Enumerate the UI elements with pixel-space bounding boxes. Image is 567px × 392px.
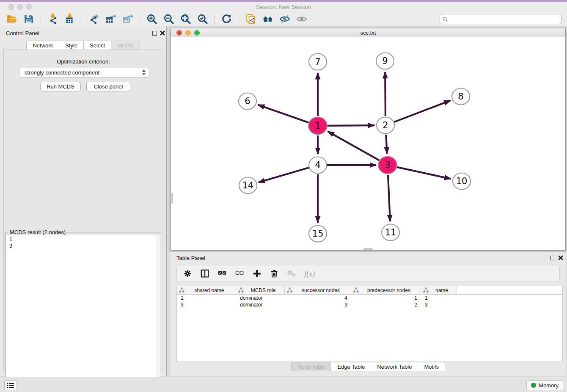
tab-network[interactable]: Network [26,41,59,50]
open-session-icon[interactable] [6,14,17,25]
memory-status-icon [531,383,536,388]
cell[interactable]: 2 [351,301,421,308]
control-panel-close-button[interactable] [160,30,165,36]
delete-row-icon[interactable] [270,269,280,279]
svg-text:11: 11 [385,227,396,237]
cell[interactable]: 1 [351,295,421,301]
table-panel-float-button[interactable] [550,256,555,260]
export-network-icon[interactable] [88,14,99,25]
node-10[interactable]: 10 [453,173,471,190]
run-mcds-button[interactable]: Run MCDS [40,82,81,91]
result-scrollbar[interactable] [156,235,160,392]
zoom-out-icon[interactable] [163,14,174,25]
optimization-criterion-value: strongly connected component [25,69,99,76]
zoom-in-icon[interactable] [146,14,157,25]
table-panel-header: Table Panel [171,254,566,263]
svg-text:15: 15 [312,229,324,239]
horizontal-scrollbar-thumb[interactable] [363,248,373,250]
cell[interactable]: 3 [421,301,457,308]
svg-text:9: 9 [382,56,388,66]
titlebar: Session: New Session [0,2,567,12]
zoom-selected-icon[interactable] [197,14,208,25]
edge-2-3[interactable] [386,135,387,154]
vertical-scrollbar-thumb[interactable] [171,193,173,204]
column-header-successor-nodes[interactable]: successor nodes [285,286,351,294]
node-15[interactable]: 15 [309,226,327,242]
cell[interactable]: 4 [285,295,351,301]
edge-3-1[interactable] [328,131,380,160]
task-list-icon [7,382,14,389]
split-columns-icon[interactable] [200,269,210,279]
cell[interactable]: 1 [177,295,236,301]
column-header-predecessor-nodes[interactable]: predecessor nodes [351,286,421,294]
visibility-off-icon[interactable] [279,14,290,25]
node-2[interactable]: 2 [377,117,394,134]
close-panel-button[interactable]: Close panel [86,82,130,91]
node-11[interactable]: 11 [382,224,399,241]
cell[interactable]: 3 [177,301,236,308]
table-row[interactable]: 3dominator323 [177,301,562,308]
edge-1-2[interactable] [328,125,374,126]
node-9[interactable]: 9 [376,53,394,69]
edge-2-8[interactable] [394,100,451,122]
tab-style[interactable]: Style [59,41,84,50]
import-network-icon[interactable] [47,14,58,25]
node-14[interactable]: 14 [239,177,257,194]
save-session-icon[interactable] [23,14,34,25]
duplicate-network-icon[interactable] [245,14,256,25]
node-7[interactable]: 7 [309,54,327,70]
select-all-icon[interactable] [217,269,228,279]
task-history-button[interactable] [4,380,17,390]
deselect-all-icon[interactable] [235,269,245,279]
column-header-MCDS-role[interactable]: MCDS role [236,286,285,294]
column-header-name[interactable]: name [421,286,457,294]
tab-edge-table[interactable]: Edge Table [331,362,371,371]
export-table-icon[interactable] [105,14,116,25]
refresh-icon[interactable] [221,14,232,25]
svg-text:6: 6 [245,96,250,106]
tab-mcds[interactable]: MCDS [111,41,140,50]
edge-3-10[interactable] [397,167,451,179]
table-row[interactable]: 1dominator411 [177,295,562,301]
function-builder-icon: f(x) [304,270,315,279]
import-table-icon[interactable] [64,14,75,25]
cell[interactable]: dominator [236,301,285,308]
result-line: 1 [6,235,160,242]
node-3[interactable]: 3 [378,157,397,174]
node-4[interactable]: 4 [309,157,327,174]
tab-network-table[interactable]: Network Table [371,362,418,371]
cell[interactable]: 3 [285,301,351,308]
settings-gear-icon[interactable] [183,269,193,279]
network-window-titlebar[interactable]: × − + scc.txt [171,28,565,37]
houses-icon[interactable] [262,14,273,25]
table-toolbar: f(x) [176,266,560,282]
table-panel-close-button[interactable] [558,255,564,261]
node-6[interactable]: 6 [239,93,256,110]
search-box[interactable] [440,14,561,24]
edge-3-11[interactable] [388,175,390,221]
tab-select[interactable]: Select [84,41,111,50]
add-row-icon[interactable] [252,269,262,279]
status-bar: Memory [0,377,567,392]
search-input[interactable] [450,16,559,22]
cell[interactable]: dominator [236,295,285,301]
node-1[interactable]: 1 [308,117,327,135]
edge-1-6[interactable] [258,105,309,123]
control-panel-float-button[interactable] [152,31,157,36]
export-image-icon[interactable] [122,14,133,25]
tab-motifs[interactable]: Motifs [418,362,445,371]
node-8[interactable]: 8 [452,88,470,105]
tab-node-table[interactable]: Node Table [291,362,332,371]
select-spinner-icon [142,69,146,75]
cell[interactable]: 1 [421,295,457,301]
eye-icon[interactable] [296,14,307,25]
optimization-criterion-select[interactable]: strongly connected component [19,68,149,77]
node-table[interactable]: shared nameMCDS rolesuccessor nodesprede… [176,286,563,362]
mcds-result-textarea[interactable]: 13 [6,235,160,392]
edge-4-14[interactable] [259,168,309,182]
edge-2-9[interactable] [385,72,385,116]
column-header-shared-name[interactable]: shared name [177,286,236,294]
memory-button[interactable]: Memory [526,380,563,390]
zoom-fit-icon[interactable] [180,14,191,25]
network-canvas[interactable]: 7968124314101511 [171,37,565,250]
